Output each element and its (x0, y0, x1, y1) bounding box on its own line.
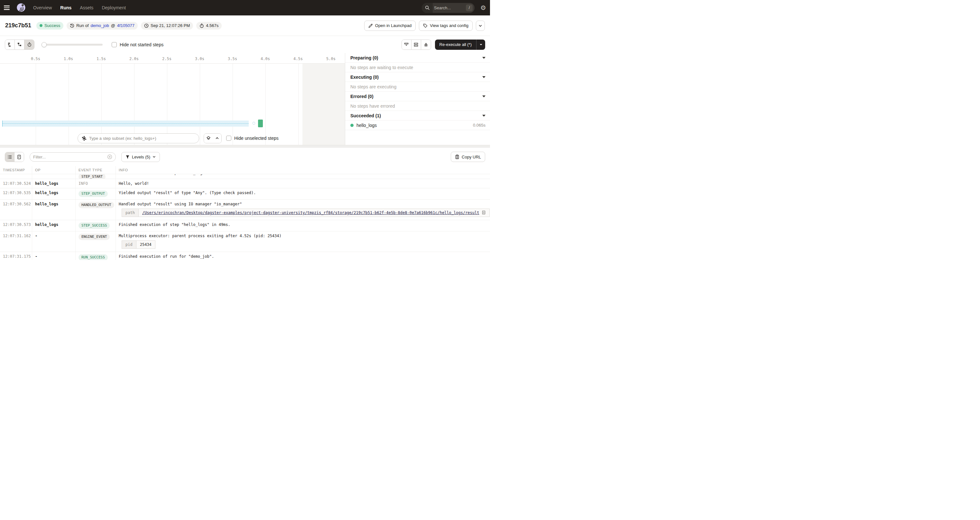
eject-up-icon (423, 42, 428, 47)
log-op-name: hello_logs (35, 222, 58, 227)
graph-query-button[interactable] (204, 134, 213, 143)
re-execute-all-button[interactable]: Re-execute all (*) (435, 40, 476, 50)
step-subset-input-wrap[interactable] (78, 133, 199, 143)
run-header: 219c7b51 Success Run of demo_job @ 4f105… (0, 16, 490, 36)
caret-down-icon[interactable] (482, 57, 485, 59)
job-link[interactable]: demo_job (91, 23, 109, 28)
nav-link-deployment[interactable]: Deployment (102, 5, 126, 10)
hide-not-started-checkbox[interactable]: Hide not started steps (111, 42, 164, 47)
checkbox-icon[interactable] (111, 42, 117, 47)
pencil-icon (368, 24, 373, 28)
metadata-table: path/Users/erincochran/Desktop/dagster-e… (122, 209, 490, 217)
event-type-badge: INFO (78, 181, 88, 186)
log-row[interactable]: 12:07:30.524hello_logsINFOHello, world! (0, 179, 490, 188)
gantt-zoom-slider[interactable] (41, 42, 103, 47)
copy-icon[interactable] (482, 211, 486, 215)
hide-unselected-checkbox[interactable]: Hide unselected steps (226, 136, 278, 141)
header-more-actions-button[interactable] (476, 21, 485, 31)
slider-track[interactable] (41, 44, 103, 46)
event-type-badge: HANDLED_OUTPUT (78, 202, 114, 208)
timeline-tick-label: 2.5s (162, 57, 172, 61)
metadata-path-link[interactable]: /Users/erincochran/Desktop/dagster-examp… (142, 211, 479, 215)
metadata-key: pid (122, 241, 137, 249)
nav-link-runs[interactable]: Runs (60, 5, 72, 10)
panel-section-executing[interactable]: Executing (0) (345, 72, 490, 82)
log-timestamp: 12:07:30.573 (3, 222, 31, 227)
log-row[interactable]: 12:07:31.162-ENGINE_EVENTMultiprocess ex… (0, 231, 490, 252)
step-subset-input[interactable] (89, 136, 195, 141)
timing-view-button[interactable] (24, 40, 34, 49)
log-timestamp: 12:07:31.175 (3, 254, 31, 259)
log-column-header: OP (32, 166, 76, 174)
view-tags-config-button[interactable]: View tags and config (419, 21, 473, 31)
gantt-waiting-band (2, 120, 249, 127)
tag-icon (423, 24, 428, 28)
search-shortcut-key: / (466, 5, 473, 11)
log-column-header: INFO (116, 166, 490, 174)
log-row[interactable]: 12:07:31.175-RUN_SUCCESSFinished executi… (0, 252, 490, 260)
log-message: Multiprocess executor: parent process ex… (119, 234, 490, 238)
log-timestamp: 12:07:31.162 (3, 234, 31, 238)
panel-section-errored[interactable]: Errored (0) (345, 92, 490, 101)
log-message: Started execution of step "hello_logs". (119, 174, 490, 175)
waterfall-view-button[interactable] (15, 40, 24, 49)
search-input[interactable] (433, 5, 466, 10)
hamburger-menu-icon[interactable] (4, 3, 12, 12)
search-box[interactable]: / (422, 3, 474, 13)
log-filter-input[interactable] (33, 155, 105, 159)
split-drag-handle[interactable] (0, 145, 490, 147)
caret-down-icon[interactable] (482, 115, 485, 117)
timeline-tick-label: 4.5s (293, 57, 303, 61)
timeline-tick-label: 4.0s (261, 57, 270, 61)
log-row[interactable]: 12:07:30.562hello_logsHANDLED_OUTPUTHand… (0, 200, 490, 220)
raw-log-view-button[interactable] (14, 152, 24, 162)
log-view-mode-group (5, 152, 24, 162)
gear-icon[interactable]: ⚙ (480, 5, 486, 11)
gantt-step-bar-hello-logs[interactable] (258, 120, 263, 127)
open-in-launchpad-button[interactable]: Open in Launchpad (364, 21, 416, 31)
log-column-header: EVENT TYPE (76, 166, 116, 174)
timeline-tick-label: 3.0s (195, 57, 204, 61)
slider-knob[interactable] (41, 42, 47, 47)
step-success-dot-icon (350, 124, 353, 127)
chevron-down-icon (153, 155, 156, 159)
structured-log-view-button[interactable] (5, 152, 14, 162)
layers-icon (206, 136, 211, 140)
collapse-top-button[interactable] (421, 40, 431, 49)
metadata-key: path (122, 209, 138, 217)
levels-filter-button[interactable]: Levels (5) (121, 152, 160, 162)
caret-down-icon[interactable] (482, 95, 485, 97)
chevron-up-icon (215, 136, 219, 140)
log-filter-wrap[interactable] (30, 152, 116, 162)
gantt-timeline: 0.5s1.0s1.5s2.0s2.5s3.0s3.5s4.0s4.5s5.0s (0, 53, 345, 63)
log-section: Levels (5) Copy URL TIMESTAMPOPEVENT TYP… (0, 147, 490, 260)
collapse-bottom-button[interactable] (402, 40, 412, 49)
collapse-down-icon (404, 42, 409, 47)
log-message: Yielded output "result" of type "Any". (… (119, 190, 490, 195)
flat-view-button[interactable] (5, 40, 15, 49)
event-type-badge: STEP_OUTPUT (78, 190, 108, 197)
collapse-subset-button[interactable] (213, 134, 221, 143)
split-view-button[interactable] (412, 40, 421, 49)
gantt-chart[interactable]: 0.5s1.0s1.5s2.0s2.5s3.0s3.5s4.0s4.5s5.0s (0, 53, 345, 145)
log-row[interactable]: 12:07:30.535hello_logsSTEP_OUTPUTYielded… (0, 188, 490, 200)
split-rows-icon (414, 42, 418, 47)
log-row[interactable]: STEP_STARTStarted execution of step "hel… (0, 174, 490, 179)
nav-link-overview[interactable]: Overview (33, 5, 52, 10)
re-execute-dropdown-button[interactable] (476, 40, 485, 50)
caret-down-icon[interactable] (482, 76, 485, 78)
nav-link-assets[interactable]: Assets (80, 5, 93, 10)
commit-link[interactable]: 4f105077 (117, 23, 135, 28)
panel-section-preparing[interactable]: Preparing (0) (345, 53, 490, 63)
flat-view-icon (7, 42, 12, 47)
dagster-logo-icon[interactable] (16, 3, 26, 13)
metadata-text: 25434 (140, 242, 151, 247)
copy-url-button[interactable]: Copy URL (451, 152, 485, 162)
panel-step-row[interactable]: hello_logs0.065s (345, 120, 490, 130)
panel-section-succeeded[interactable]: Succeeded (1) (345, 111, 490, 120)
clear-filter-icon[interactable] (107, 154, 112, 159)
waterfall-view-icon (17, 42, 22, 47)
log-row[interactable]: 12:07:30.573hello_logsSTEP_SUCCESSFinish… (0, 220, 490, 231)
checkbox-icon[interactable] (226, 136, 231, 141)
metadata-value: 25434 (137, 241, 155, 249)
